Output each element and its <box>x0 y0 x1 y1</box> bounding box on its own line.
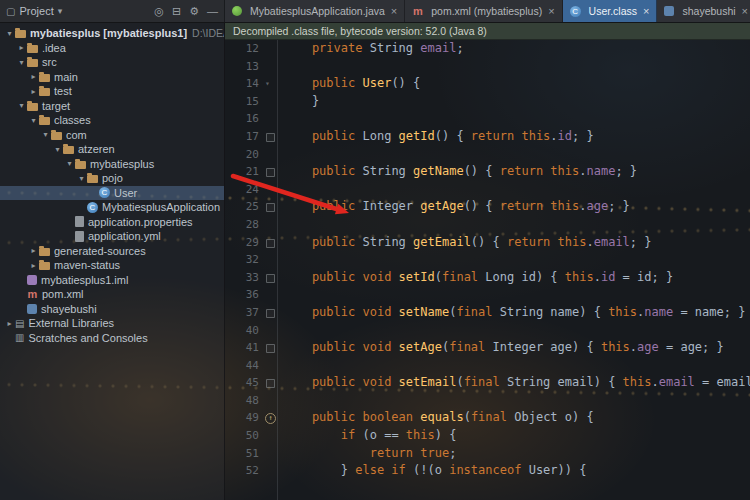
code-text[interactable]: if (o == this) { <box>277 427 456 445</box>
tree-item-user[interactable]: CUser <box>0 186 224 201</box>
editor-tab[interactable]: shayebushi× <box>657 0 750 22</box>
chevron-closed-icon[interactable]: ▸ <box>16 43 27 52</box>
settings-icon[interactable]: ⚙ <box>189 5 199 18</box>
editor-code-area[interactable]: 12 private String email;1314▾ public Use… <box>225 40 750 500</box>
code-text[interactable]: } <box>277 93 319 111</box>
code-line: 41 public void setAge(final Integer age)… <box>225 339 750 357</box>
project-tool-window-icon[interactable]: ▢ <box>6 6 15 17</box>
folded-region-icon[interactable] <box>266 274 275 283</box>
folder-icon <box>87 175 98 183</box>
code-line: 49↑ public boolean equals(final Object o… <box>225 409 750 427</box>
code-text[interactable]: public void setName(final String name) {… <box>277 304 745 322</box>
tree-item-shayebushi[interactable]: shayebushi <box>0 302 224 317</box>
code-text[interactable]: public User() { <box>277 75 420 93</box>
tree-item-scratches-and-consoles[interactable]: ▥Scratches and Consoles <box>0 331 224 346</box>
ide-window: ▢ Project ▾ ◎⊟⚙— MybatiesplusApplication… <box>0 0 750 500</box>
folded-region-icon[interactable] <box>266 309 275 318</box>
line-number: 44 <box>225 357 263 375</box>
chevron-closed-icon[interactable]: ▸ <box>28 261 39 270</box>
code-text[interactable]: } else if (!(o instanceof User)) { <box>277 462 586 480</box>
tree-item-atzeren[interactable]: ▾atzeren <box>0 142 224 157</box>
class-icon: C <box>99 187 110 198</box>
tree-item-target[interactable]: ▾target <box>0 99 224 114</box>
chevron-open-icon[interactable]: ▾ <box>40 130 51 139</box>
chevron-open-icon[interactable]: ▾ <box>16 101 27 110</box>
line-number: 14 <box>225 75 263 93</box>
folder-icon <box>75 161 86 169</box>
tree-item-com[interactable]: ▾com <box>0 128 224 143</box>
decompiled-notification-banner: Decompiled .class file, bytecode version… <box>225 23 750 40</box>
chevron-open-icon[interactable]: ▾ <box>16 58 27 67</box>
folded-region-icon[interactable] <box>266 239 275 248</box>
code-text[interactable]: public boolean equals(final Object o) { <box>277 409 594 427</box>
locate-icon[interactable]: ◎ <box>154 5 164 18</box>
code-line: 15 } <box>225 93 750 111</box>
chevron-down-icon[interactable]: ▾ <box>58 6 63 16</box>
collapse-all-icon[interactable]: ⊟ <box>172 5 181 18</box>
tree-item-pom-xml[interactable]: mpom.xml <box>0 287 224 302</box>
tree-item-label: mybatiesplus1.iml <box>41 274 128 286</box>
folded-region-icon[interactable] <box>266 379 275 388</box>
tree-item-maven-status[interactable]: ▸maven-status <box>0 258 224 273</box>
folder-icon <box>63 146 74 154</box>
project-panel-title[interactable]: Project <box>19 5 53 17</box>
folded-region-icon[interactable] <box>266 344 275 353</box>
tree-item-label: classes <box>54 114 91 126</box>
editor-tab[interactable]: mpom.xml (mybatiesplus)× <box>405 0 562 22</box>
gutter <box>263 128 277 146</box>
tree-item-src[interactable]: ▾src <box>0 55 224 70</box>
chevron-closed-icon[interactable]: ▸ <box>28 246 39 255</box>
chevron-open-icon[interactable]: ▾ <box>4 29 15 38</box>
code-text[interactable]: public String getName() { return this.na… <box>277 163 637 181</box>
chevron-open-icon[interactable]: ▾ <box>64 159 75 168</box>
code-line: 14▾ public User() { <box>225 75 750 93</box>
gutter-separator <box>277 40 278 500</box>
tree-item-test[interactable]: ▸test <box>0 84 224 99</box>
tree-item-external-libraries[interactable]: ▸▤External Libraries <box>0 316 224 331</box>
tree-item-main[interactable]: ▸main <box>0 70 224 85</box>
close-icon[interactable]: × <box>742 5 748 17</box>
tree-item-mybatiesplus1-iml[interactable]: mybatiesplus1.iml <box>0 273 224 288</box>
code-text[interactable]: public String getEmail() { return this.e… <box>277 234 652 252</box>
tree-item-application-yml[interactable]: application.yml <box>0 229 224 244</box>
code-text[interactable]: public void setId(final Long id) { this.… <box>277 269 673 287</box>
tree-item-label: .idea <box>42 42 66 54</box>
chevron-open-icon[interactable]: ▾ <box>52 145 63 154</box>
code-text[interactable]: public void setEmail(final String email)… <box>277 374 750 392</box>
code-text[interactable]: public Long getId() { return this.id; } <box>277 128 594 146</box>
chevron-open-icon[interactable]: ▾ <box>28 116 39 125</box>
tree-item-label: src <box>42 56 57 68</box>
overrides-icon[interactable]: ↑ <box>265 413 276 424</box>
chevron-closed-icon[interactable]: ▸ <box>28 72 39 81</box>
editor-tab[interactable]: CUser.class× <box>563 0 658 22</box>
folded-region-icon[interactable] <box>266 168 275 177</box>
tree-item-idea[interactable]: ▸.idea <box>0 41 224 56</box>
close-icon[interactable]: × <box>391 5 397 17</box>
chevron-open-icon[interactable]: ▾ <box>76 174 87 183</box>
gutter <box>263 304 277 322</box>
code-text[interactable]: private String email; <box>277 40 464 58</box>
folded-region-icon[interactable] <box>266 133 275 142</box>
chevron-closed-icon[interactable]: ▸ <box>28 87 39 96</box>
close-icon[interactable]: × <box>548 5 554 17</box>
editor-tab[interactable]: MybatiesplusApplication.java× <box>225 0 405 22</box>
code-text[interactable]: public Integer getAge() { return this.ag… <box>277 198 630 216</box>
fold-open-icon[interactable]: ▾ <box>265 75 270 93</box>
tree-item-application-properties[interactable]: application.properties <box>0 215 224 230</box>
tree-item-mybatiesplusapplication[interactable]: CMybatiesplusApplication <box>0 200 224 215</box>
code-text[interactable]: return true; <box>277 445 456 463</box>
hide-icon[interactable]: — <box>207 5 218 17</box>
editor-pane: Decompiled .class file, bytecode version… <box>225 23 750 500</box>
tree-item-mybatiesplus-mybatiesplus1[interactable]: ▾mybatiesplus [mybatiesplus1]D:\IDEAAA\m… <box>0 26 224 41</box>
code-text[interactable]: public void setAge(final Integer age) { … <box>277 339 724 357</box>
tree-item-classes[interactable]: ▾classes <box>0 113 224 128</box>
tree-item-generated-sources[interactable]: ▸generated-sources <box>0 244 224 259</box>
tree-item-pojo[interactable]: ▾pojo <box>0 171 224 186</box>
chevron-closed-icon[interactable]: ▸ <box>4 319 15 328</box>
folded-region-icon[interactable] <box>266 203 275 212</box>
tree-item-label: application.properties <box>88 216 193 228</box>
close-icon[interactable]: × <box>643 5 649 17</box>
line-number: 13 <box>225 58 263 76</box>
code-line: 48 <box>225 392 750 410</box>
tree-item-mybatiesplus[interactable]: ▾mybatiesplus <box>0 157 224 172</box>
